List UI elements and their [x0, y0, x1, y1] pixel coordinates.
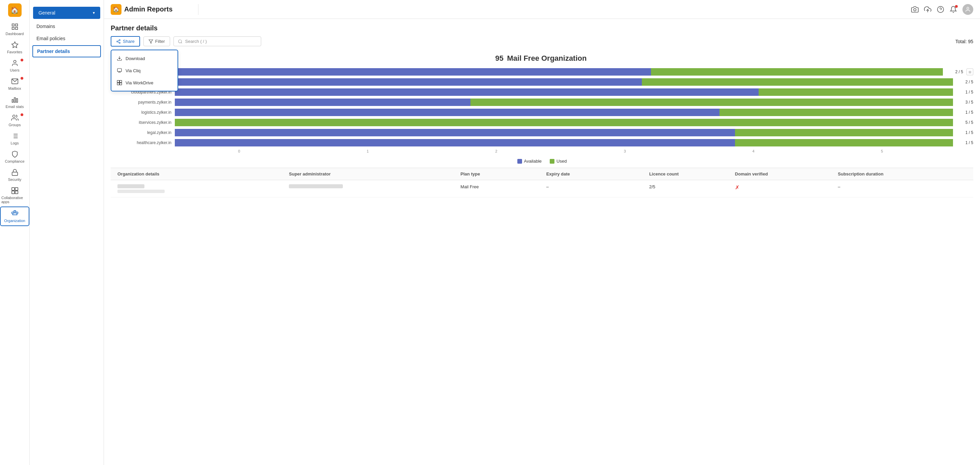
bar-row: itservices.zylker.in5 / 5 — [111, 119, 973, 126]
bar-ratio: 1 / 5 — [956, 110, 973, 115]
svg-point-37 — [178, 40, 181, 43]
sidebar-item-organization[interactable]: Organization — [0, 207, 29, 226]
bar-available — [175, 139, 735, 147]
app-logo-sidebar: 🏠 — [8, 3, 22, 17]
svg-point-30 — [967, 7, 969, 9]
toolbar: Share Filter Search ( / ) Total: 95 Down… — [104, 32, 980, 51]
search-icon — [178, 39, 183, 44]
admin-blurred — [289, 184, 343, 188]
download-item[interactable]: Download — [111, 52, 178, 64]
filter-button[interactable]: Filter — [143, 37, 170, 46]
org-icon — [11, 210, 19, 217]
sidebar-item-logs[interactable]: Logs — [0, 130, 29, 148]
bar-domain-label: legal.zylker.in — [111, 130, 172, 135]
cloud-upload-icon[interactable] — [924, 6, 931, 13]
bar-available — [175, 68, 651, 76]
svg-rect-3 — [15, 27, 17, 29]
sidebar-item-favorites[interactable]: Favorites — [0, 38, 29, 57]
svg-rect-1 — [15, 24, 17, 26]
chevron-down-icon: ▾ — [93, 10, 95, 15]
bar-visual — [175, 129, 953, 136]
via-cliq-item[interactable]: Via Cliq — [111, 64, 178, 76]
bar-ratio: 2 / 5 — [956, 80, 973, 84]
camera-icon[interactable] — [911, 6, 919, 13]
bar-ratio: 1 / 5 — [956, 90, 973, 94]
sidebar-item-dashboard[interactable]: Dashboard — [0, 20, 29, 38]
bar-used — [175, 119, 953, 126]
search-box[interactable]: Search ( / ) — [173, 37, 261, 46]
shield-check-icon — [11, 151, 19, 158]
svg-rect-8 — [14, 98, 16, 103]
share-button[interactable]: Share — [111, 36, 140, 46]
bar-available — [175, 109, 719, 116]
partner-details-pane: Partner details Share Filter Search ( / … — [104, 19, 980, 465]
via-workdrive-item[interactable]: Via WorkDrive — [111, 76, 178, 89]
bar-available — [175, 99, 471, 106]
total-count: Total: 95 — [955, 39, 973, 44]
domain-verified-cell: ✗ — [735, 184, 838, 193]
app-logo: 🏠 — [111, 4, 121, 15]
person-icon — [11, 59, 19, 67]
sidebar-item-mailbox[interactable]: Mailbox — [0, 75, 29, 93]
workdrive-icon — [117, 80, 122, 85]
sidebar-item-email-stats[interactable]: Email stats — [0, 93, 29, 111]
topbar-icons — [911, 4, 973, 15]
licence-cell: 2/5 — [649, 184, 735, 193]
people-icon — [11, 114, 19, 121]
bar-domain-label: healthcare.zylker.in — [111, 140, 172, 145]
x-axis: 012345 — [111, 149, 973, 153]
app-title-text: Admin Reports — [124, 5, 172, 13]
mailbox-badge — [21, 77, 23, 80]
org-name-blurred — [118, 184, 145, 188]
expand-icon[interactable]: ⊞ — [967, 68, 973, 75]
bar-chart-icon — [11, 96, 19, 103]
general-section-button[interactable]: General ▾ — [33, 7, 100, 19]
sidebar-item-groups[interactable]: Groups — [0, 111, 29, 130]
user-avatar[interactable] — [963, 4, 973, 15]
legend-available: Available — [517, 159, 542, 164]
admin-cell — [289, 184, 460, 193]
x-tick: 4 — [689, 149, 818, 153]
nav-item-partner-details[interactable]: Partner details — [32, 45, 101, 57]
nav-item-email-policies[interactable]: Email policies — [30, 32, 103, 45]
sidebar-item-label: Security — [8, 177, 22, 182]
svg-rect-2 — [12, 27, 14, 29]
table-row: Mail Free – 2/5 ✗ – — [111, 180, 973, 197]
bar-row: payments.zylker.in3 / 5 — [111, 99, 973, 106]
download-label: Download — [126, 56, 145, 61]
sidebar-item-collaborative-apps[interactable]: Collaborative apps — [0, 184, 29, 207]
list-icon — [11, 132, 19, 140]
sidebar-item-label: Collaborative apps — [2, 196, 28, 204]
col-expiry: Expiry date — [546, 171, 649, 177]
bar-used — [471, 99, 953, 106]
filter-icon — [148, 39, 153, 44]
help-icon[interactable] — [937, 6, 944, 13]
used-dot — [550, 159, 554, 164]
svg-point-10 — [13, 115, 15, 118]
col-admin: Super administrator — [289, 171, 460, 177]
svg-line-38 — [181, 42, 182, 43]
bars-container: distributors.zylker.in2 / 5⊞resellers.zy… — [111, 68, 973, 147]
bar-available — [175, 78, 642, 86]
plan-cell: Mail Free — [461, 184, 546, 193]
share-icon — [116, 39, 121, 44]
svg-rect-24 — [16, 212, 18, 213]
notifications-icon[interactable] — [950, 6, 957, 13]
star-icon — [11, 41, 19, 49]
x-tick: 2 — [432, 149, 560, 153]
filter-label: Filter — [155, 39, 165, 44]
nav-item-domains[interactable]: Domains — [30, 20, 103, 32]
sidebar-item-security[interactable]: Security — [0, 166, 29, 184]
subscription-cell: – — [838, 184, 967, 193]
x-tick: 5 — [818, 149, 946, 153]
chart-legend: Available Used — [111, 156, 973, 168]
bar-used — [719, 109, 953, 116]
share-dropdown: Download Via Cliq Via WorkDrive — [111, 49, 178, 91]
sidebar-item-label: Email stats — [6, 105, 24, 109]
bar-row: legal.zylker.in1 / 5 — [111, 129, 973, 136]
sidebar-item-compliance[interactable]: Compliance — [0, 148, 29, 166]
col-org: Organization details — [118, 171, 289, 177]
svg-point-33 — [119, 42, 121, 43]
svg-line-35 — [118, 40, 119, 41]
sidebar-item-users[interactable]: Users — [0, 57, 29, 75]
